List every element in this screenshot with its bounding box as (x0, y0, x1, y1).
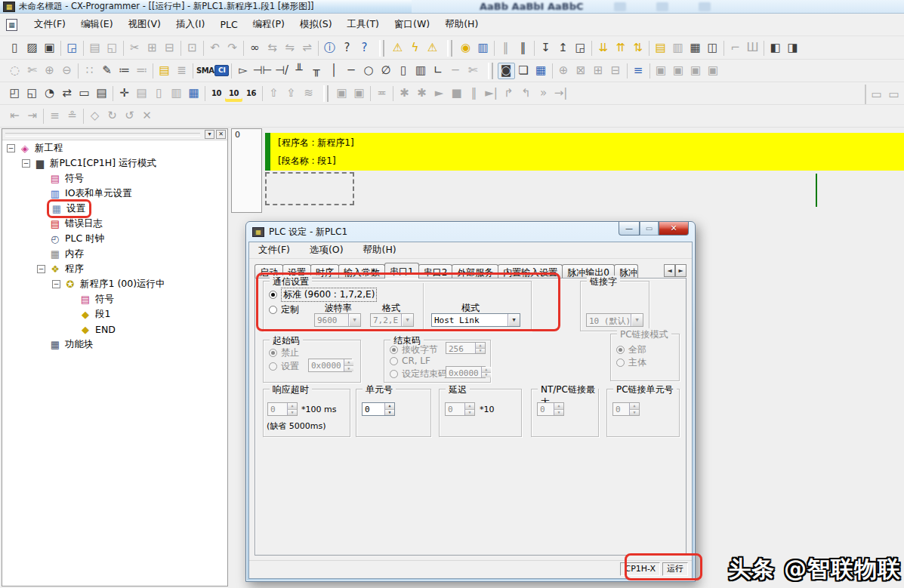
selected-cell[interactable] (265, 172, 354, 205)
compile-icon[interactable]: ◲ (63, 40, 81, 57)
block-comment-2-icon[interactable]: ≗ (63, 108, 81, 125)
pause-sim-icon[interactable]: ‖ (465, 85, 483, 102)
menu-item-选项(O)[interactable]: 选项(O) (310, 244, 344, 257)
delay-down-icon[interactable]: ▼ (464, 410, 474, 416)
compare-with-plc-icon[interactable]: ◲ (572, 40, 589, 57)
menu-item-视图(V)[interactable]: 视图(V) (128, 18, 161, 31)
dock-grip[interactable] (5, 133, 200, 137)
zoom-in-icon[interactable]: ⊕ (41, 63, 58, 79)
start-code-set-radio[interactable] (269, 362, 277, 371)
new-vertical-icon[interactable]: │ (326, 63, 343, 79)
menu-item-窗口(W)[interactable]: 窗口(W) (394, 18, 430, 31)
pc-link-master-radio[interactable] (616, 359, 625, 367)
save-icon[interactable]: ▣ (41, 40, 58, 57)
menu-item-插入(I)[interactable]: 插入(I) (176, 18, 205, 31)
find-replace-icon[interactable]: ⇆ (264, 40, 281, 57)
work-online-icon[interactable]: ◉ (457, 40, 474, 57)
unit-number-up-icon[interactable]: ▲ (384, 403, 394, 410)
window-titlebar[interactable]: ▦ 未命名標題 - CX-Programmer - [[运行中] - 新PLC1… (0, 0, 904, 14)
monitor-signed-decimal-icon[interactable]: 10 (225, 85, 242, 102)
watch-window-icon[interactable]: ◔ (41, 85, 58, 102)
differential-monitor-icon[interactable]: ⌐ (727, 40, 744, 57)
sym-2-icon[interactable]: ▯ (150, 85, 168, 102)
hand-1-icon[interactable]: ✱ (396, 85, 413, 102)
standard-radio[interactable] (269, 291, 277, 299)
baud-dropdown-icon[interactable]: ▼ (348, 314, 360, 326)
layers-icon[interactable]: ❏ (515, 63, 532, 79)
restore-button[interactable]: ▭ (640, 222, 659, 236)
minimize-button[interactable]: — (619, 222, 640, 236)
rung-list-icon[interactable]: ≔ (116, 63, 133, 79)
mon-win-2-icon[interactable]: ▣ (350, 85, 368, 102)
print-icon[interactable]: ▤ (86, 40, 103, 57)
paste-icon[interactable]: ⊟ (161, 40, 178, 57)
io-comment-list-icon[interactable]: ≡ (630, 63, 647, 79)
delete-tool-icon[interactable]: ✄ (464, 63, 482, 79)
redo-icon[interactable]: ↷ (224, 40, 241, 57)
link-words-dropdown-icon[interactable]: ▼ (631, 314, 643, 326)
menu-item-文件(F)[interactable]: 文件(F) (34, 18, 66, 31)
new-contact-icon[interactable]: ⊣⊢ (251, 63, 273, 79)
context-help-icon[interactable]: ? (356, 40, 373, 57)
monitor-view-4-icon[interactable]: ◫ (704, 40, 721, 57)
cross-reference-icon[interactable]: ⇄ (58, 85, 76, 102)
tree-item-设置[interactable]: ▦设置 (2, 201, 227, 216)
tree-collapse-button[interactable]: ▾ (205, 130, 214, 139)
tree-item-内存[interactable]: ▦内存 (2, 246, 227, 261)
tab-内置输入设置[interactable]: 内置输入设置 (498, 264, 563, 279)
step-out-icon[interactable]: ↰ (517, 85, 535, 102)
hand-2-icon[interactable]: ✱ (413, 85, 430, 102)
new-closed-contact-icon[interactable]: ⊣/ (273, 63, 291, 79)
menu-item-编程(P)[interactable]: 编程(P) (253, 18, 285, 31)
diff-view-icon[interactable]: ≖ (373, 85, 390, 102)
edit-4-icon[interactable]: ✕ (138, 108, 156, 125)
find-warning-icon[interactable]: ⚠ (424, 40, 441, 57)
child-window-icon[interactable]: ▦ (6, 19, 17, 31)
zoom-tool-icon[interactable]: ◌ (6, 63, 23, 79)
unit-number-down-icon[interactable]: ▼ (384, 410, 394, 416)
tree-item-错误日志[interactable]: ▤错误日志 (2, 216, 227, 231)
new-closed-or-contact-icon[interactable]: ╥ (308, 63, 326, 79)
win-1-icon[interactable]: ▣ (653, 63, 670, 79)
sym-3-icon[interactable]: ▥ (168, 85, 185, 102)
indent-increase-icon[interactable]: ⇥ (23, 108, 41, 125)
step-in-icon[interactable]: ↱ (500, 85, 517, 102)
frag-icon-1-icon[interactable]: ▭ (868, 86, 885, 103)
menu-item-模拟(S)[interactable]: 模拟(S) (300, 18, 332, 31)
unit-number-spinner[interactable]: 0 ▲▼ (362, 402, 395, 416)
monitor-view-1-icon[interactable]: ▤ (652, 40, 669, 57)
crlf-radio[interactable] (390, 357, 398, 365)
online-run-icon[interactable]: ϟ (406, 40, 424, 57)
win-4-icon[interactable]: ▣ (705, 63, 722, 79)
rung-tree-icon[interactable]: ≣ (173, 63, 190, 79)
auto-online-icon[interactable]: ▥ (474, 40, 492, 57)
download-to-plc-icon[interactable]: ↧ (537, 40, 554, 57)
menu-item-工具(T)[interactable]: 工具(T) (347, 18, 379, 31)
tab-串口1[interactable]: 串口1 (384, 263, 419, 279)
sym-4-icon[interactable]: ▦ (185, 85, 202, 102)
invert-mode-icon[interactable]: ∟ (430, 63, 447, 79)
transfer-up-2-icon[interactable]: ⇪ (282, 85, 300, 102)
hline-gray-icon[interactable]: ─ (447, 63, 464, 79)
show-monitor-address-icon[interactable]: SMA (196, 63, 214, 79)
tree-item-新工程[interactable]: −◈新工程 (2, 140, 227, 155)
zoom-cut-icon[interactable]: ✄ (23, 63, 41, 79)
time-chart-monitor-icon[interactable]: Ш (744, 40, 761, 57)
tab-scroll-right-icon[interactable]: ► (675, 264, 686, 277)
print-preview-icon[interactable]: ◱ (103, 40, 121, 57)
tree-item-PLC 时钟[interactable]: ◴PLC 时钟 (2, 231, 227, 246)
new-instruction-icon[interactable]: ▯ (395, 63, 412, 79)
edit-3-icon[interactable]: ↺ (121, 108, 138, 125)
new-instruction-box-icon[interactable]: ▥ (412, 63, 430, 79)
new-coil-icon[interactable]: ○ (360, 63, 378, 79)
monitor-decimal-icon[interactable]: 10 (208, 85, 225, 102)
symbol-insert-icon[interactable]: ✛ (116, 85, 133, 102)
menu-item-PLC[interactable]: PLC (220, 19, 237, 30)
tree-expander-icon[interactable]: − (22, 159, 30, 168)
mon-win-1-icon[interactable]: ▣ (333, 85, 350, 102)
undo-icon[interactable]: ↶ (206, 40, 224, 57)
tree-item-新PLC1[CP1H] 运行模式[interactable]: −▆新PLC1[CP1H] 运行模式 (2, 155, 227, 171)
tab-外部服务[interactable]: 外部服务 (452, 264, 498, 279)
stop-icon[interactable]: ■ (448, 85, 465, 102)
block-comment-icon[interactable]: ≡ (46, 108, 63, 125)
